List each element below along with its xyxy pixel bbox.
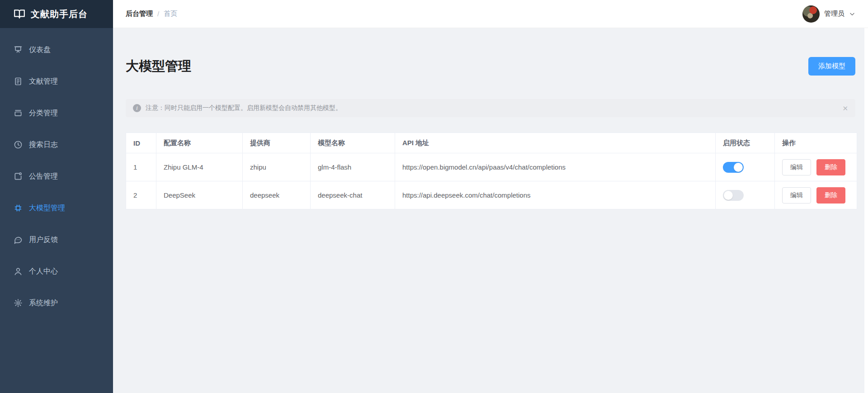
sidebar-item-label: 用户反馈	[29, 235, 58, 245]
cell-provider: deepseek	[243, 181, 311, 209]
delete-button[interactable]: 删除	[816, 159, 845, 175]
dashboard-icon	[14, 45, 23, 54]
app-logo: 文献助手后台	[0, 0, 113, 28]
enable-toggle[interactable]	[723, 162, 744, 173]
user-icon	[14, 267, 23, 276]
sidebar-item-search-logs[interactable]: 搜索日志	[0, 132, 113, 157]
col-header-model: 模型名称	[311, 133, 395, 153]
sidebar: 文献助手后台 仪表盘 文献管理 分类管理 搜索日志	[0, 0, 113, 393]
table-row: 1 Zhipu GLM-4 zhipu glm-4-flash https://…	[126, 153, 857, 181]
sidebar-item-literature[interactable]: 文献管理	[0, 69, 113, 94]
table-header-row: ID 配置名称 提供商 模型名称 API 地址 启用状态 操作	[126, 133, 857, 153]
sidebar-item-category[interactable]: 分类管理	[0, 100, 113, 126]
toggle-knob	[734, 163, 743, 172]
page-title: 大模型管理	[126, 57, 191, 76]
page-title-row: 大模型管理 添加模型	[126, 57, 855, 76]
col-header-actions: 操作	[775, 133, 857, 153]
sidebar-item-user-feedback[interactable]: 用户反馈	[0, 227, 113, 252]
cell-name: DeepSeek	[156, 181, 243, 209]
top-header: 后台管理 / 首页 管理员	[113, 0, 868, 28]
close-icon[interactable]: ✕	[842, 105, 848, 112]
sidebar-item-profile[interactable]: 个人中心	[0, 259, 113, 284]
sidebar-item-llm-management[interactable]: 大模型管理	[0, 195, 113, 221]
sidebar-item-label: 系统维护	[29, 298, 58, 308]
document-icon	[14, 77, 23, 86]
sidebar-item-label: 分类管理	[29, 109, 58, 118]
feedback-icon	[14, 235, 23, 244]
cell-name: Zhipu GLM-4	[156, 153, 243, 181]
table-row: 2 DeepSeek deepseek deepseek-chat https:…	[126, 181, 857, 209]
sidebar-menu: 仪表盘 文献管理 分类管理 搜索日志 公告管理	[0, 28, 113, 316]
col-header-name: 配置名称	[156, 133, 243, 153]
col-header-id: ID	[126, 133, 156, 153]
sidebar-item-announcements[interactable]: 公告管理	[0, 164, 113, 189]
notice-alert: i 注意：同时只能启用一个模型配置。启用新模型会自动禁用其他模型。 ✕	[126, 99, 855, 117]
breadcrumb-root[interactable]: 后台管理	[126, 9, 153, 18]
user-avatar[interactable]	[802, 5, 820, 23]
cell-id: 2	[126, 181, 156, 209]
models-table: ID 配置名称 提供商 模型名称 API 地址 启用状态 操作 1 Zhipu …	[126, 133, 857, 209]
breadcrumb: 后台管理 / 首页	[126, 9, 177, 18]
cell-api: https://api.deepseek.com/chat/completion…	[395, 181, 716, 209]
sidebar-item-label: 个人中心	[29, 267, 58, 276]
user-name: 管理员	[824, 9, 844, 18]
category-icon	[14, 109, 23, 118]
cell-model: deepseek-chat	[311, 181, 395, 209]
sidebar-item-label: 大模型管理	[29, 204, 65, 213]
sidebar-item-label: 仪表盘	[29, 45, 51, 55]
chevron-down-icon	[849, 11, 855, 17]
col-header-api: API 地址	[395, 133, 716, 153]
row-actions: 编辑 删除	[782, 187, 849, 204]
cell-model: glm-4-flash	[311, 153, 395, 181]
breadcrumb-current: 首页	[164, 9, 177, 18]
col-header-status: 启用状态	[716, 133, 775, 153]
open-book-icon	[14, 8, 25, 20]
col-header-provider: 提供商	[243, 133, 311, 153]
cell-id: 1	[126, 153, 156, 181]
sidebar-item-label: 搜索日志	[29, 140, 58, 150]
chip-icon	[14, 204, 23, 213]
announcement-icon	[14, 172, 23, 181]
scrollbar-track[interactable]	[864, 28, 868, 393]
breadcrumb-separator: /	[157, 10, 159, 18]
toggle-knob	[724, 191, 733, 200]
sidebar-item-dashboard[interactable]: 仪表盘	[0, 37, 113, 62]
notice-text: 注意：同时只能启用一个模型配置。启用新模型会自动禁用其他模型。	[146, 104, 342, 112]
sidebar-item-system-maintenance[interactable]: 系统维护	[0, 290, 113, 316]
sidebar-item-label: 公告管理	[29, 172, 58, 181]
clock-icon	[14, 140, 23, 149]
edit-button[interactable]: 编辑	[782, 187, 811, 204]
info-icon: i	[133, 104, 141, 112]
main-content: 大模型管理 添加模型 i 注意：同时只能启用一个模型配置。启用新模型会自动禁用其…	[113, 28, 868, 393]
edit-button[interactable]: 编辑	[782, 159, 811, 175]
user-menu[interactable]: 管理员	[802, 5, 855, 23]
gear-icon	[14, 298, 23, 308]
app-title: 文献助手后台	[31, 8, 88, 20]
sidebar-item-label: 文献管理	[29, 77, 58, 86]
row-actions: 编辑 删除	[782, 159, 849, 175]
delete-button[interactable]: 删除	[816, 187, 845, 204]
cell-api: https://open.bigmodel.cn/api/paas/v4/cha…	[395, 153, 716, 181]
add-model-button[interactable]: 添加模型	[808, 57, 855, 76]
cell-provider: zhipu	[243, 153, 311, 181]
enable-toggle[interactable]	[723, 190, 744, 201]
